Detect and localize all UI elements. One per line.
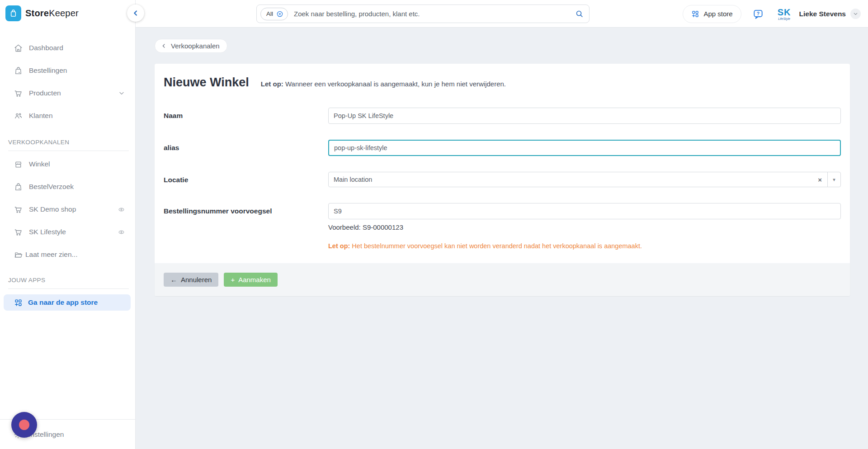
avatar-subtitle: LifeStyle	[774, 17, 795, 20]
chat-question-icon: ?	[752, 8, 764, 20]
sidebar-item-klanten[interactable]: Klanten	[0, 104, 135, 127]
sidebar-nav: Dashboard Bestellingen Producten	[0, 37, 135, 127]
support-chat-button[interactable]: ?	[750, 6, 766, 22]
naam-input[interactable]	[328, 108, 841, 124]
storekeeper-logo[interactable]: StoreKeeper	[0, 0, 135, 21]
naam-label: Naam	[164, 108, 328, 124]
locatie-label: Locatie	[164, 172, 328, 187]
user-menu-button[interactable]	[850, 9, 861, 19]
bag-icon	[14, 66, 23, 76]
svg-text:?: ?	[756, 11, 759, 16]
locatie-selected-value: Main location	[329, 176, 812, 183]
chevron-down-icon[interactable]	[118, 90, 125, 97]
form-row-alias: alias	[164, 140, 841, 156]
search-icon[interactable]	[575, 9, 584, 18]
app-window: StoreKeeper Dashboard Bestellingen Produ…	[0, 0, 868, 449]
chevron-left-icon	[132, 9, 140, 17]
app-store-label: App store	[703, 10, 732, 18]
main-area: All App store	[136, 0, 868, 449]
sidebar-item-show-more[interactable]: Laat meer zien...	[0, 243, 135, 266]
form-actions: ← Annuleren + Aanmaken	[155, 263, 850, 296]
sidebar-item-label: Ga naar de app store	[28, 298, 98, 307]
arrow-left-icon: ←	[170, 276, 177, 284]
sidebar-channels: Winkel BestelVerzoek SK Demo shop	[0, 153, 135, 266]
voorvoegsel-label: Bestellingsnummer voorvoegsel	[164, 203, 328, 250]
brand-name: StoreKeeper	[25, 8, 79, 19]
sidebar-item-bestellingen[interactable]: Bestellingen	[0, 59, 135, 82]
sidebar-item-sk-demo-shop[interactable]: SK Demo shop	[0, 198, 135, 221]
create-button-label: Aanmaken	[238, 276, 271, 284]
voorvoegsel-example: Voorbeeld: S9-00000123	[328, 223, 841, 231]
global-search: All	[256, 5, 590, 23]
chevron-left-icon	[161, 43, 167, 49]
new-channel-card: Nieuwe Winkel Let op: Wanneer een verkoo…	[155, 64, 850, 296]
eye-icon[interactable]	[118, 206, 125, 213]
form-row-voorvoegsel: Bestellingsnummer voorvoegsel Voorbeeld:…	[164, 203, 841, 250]
sidebar-item-label: Klanten	[29, 112, 53, 120]
app-grid-icon	[691, 10, 699, 18]
sidebar-section-verkoopkanalen: VERKOOPKANALEN	[8, 139, 129, 151]
sidebar-item-label: SK Demo shop	[29, 205, 76, 213]
sidebar: StoreKeeper Dashboard Bestellingen Produ…	[0, 0, 136, 449]
home-icon	[14, 43, 23, 53]
sidebar-item-winkel[interactable]: Winkel	[0, 153, 135, 175]
eye-icon[interactable]	[118, 228, 125, 236]
back-button[interactable]: Verkoopkanalen	[155, 39, 227, 53]
folder-open-icon	[14, 250, 23, 260]
sidebar-collapse-button[interactable]	[127, 5, 144, 22]
user-name[interactable]: Lieke Stevens	[799, 10, 846, 18]
storekeeper-logo-icon	[5, 5, 21, 21]
sidebar-item-label: Producten	[29, 89, 61, 97]
chat-widget-button[interactable]	[11, 412, 37, 438]
avatar-initials: SK	[774, 8, 795, 17]
cancel-button[interactable]: ← Annuleren	[164, 273, 218, 287]
sidebar-item-app-store[interactable]: Ga naar de app store	[4, 294, 131, 311]
form-row-naam: Naam	[164, 108, 841, 124]
cart-icon	[14, 227, 23, 237]
sidebar-section-jouw-apps: JOUW APPS	[8, 277, 129, 289]
bag-icon	[14, 182, 23, 192]
account-avatar[interactable]: SK LifeStyle	[774, 8, 795, 20]
search-filter-dropdown[interactable]: All	[260, 8, 288, 20]
store-icon	[14, 160, 23, 169]
topbar-right: App store ? SK LifeStyle Lieke Stevens	[683, 5, 861, 23]
alias-label: alias	[164, 140, 328, 156]
plus-icon: +	[231, 276, 235, 284]
users-icon	[14, 111, 23, 121]
page-title: Nieuwe Winkel	[164, 76, 249, 90]
app-store-button[interactable]: App store	[683, 5, 741, 23]
clear-selection-icon[interactable]: ×	[812, 176, 827, 184]
sidebar-item-sk-lifestyle[interactable]: SK Lifestyle	[0, 221, 135, 243]
form-row-locatie: Locatie Main location × ▾	[164, 172, 841, 187]
clear-filter-icon[interactable]	[276, 10, 283, 18]
sidebar-item-label: SK Lifestyle	[29, 228, 66, 236]
page-note: Let op: Wanneer een verkoopkanaal is aan…	[261, 80, 506, 88]
sidebar-item-dashboard[interactable]: Dashboard	[0, 37, 135, 59]
sidebar-item-label: BestelVerzoek	[29, 183, 74, 191]
sidebar-item-label: Dashboard	[29, 44, 63, 52]
create-button[interactable]: + Aanmaken	[224, 273, 277, 287]
cart-icon	[14, 205, 23, 214]
alias-input[interactable]	[328, 140, 841, 156]
page-content: Verkoopkanalen Nieuwe Winkel Let op: Wan…	[136, 28, 868, 449]
cancel-button-label: Annuleren	[181, 276, 212, 284]
sidebar-item-label: Bestellingen	[29, 66, 67, 75]
sidebar-item-bestelverzoek[interactable]: BestelVerzoek	[0, 175, 135, 198]
sidebar-item-label: Winkel	[29, 160, 50, 168]
locatie-select[interactable]: Main location × ▾	[328, 172, 841, 187]
caret-down-icon[interactable]: ▾	[827, 172, 840, 187]
sidebar-item-producten[interactable]: Producten	[0, 82, 135, 104]
back-button-label: Verkoopkanalen	[171, 42, 220, 50]
sidebar-item-label: Laat meer zien...	[25, 250, 77, 259]
cart-icon	[14, 89, 23, 98]
topbar: All App store	[136, 0, 868, 28]
voorvoegsel-input[interactable]	[328, 203, 841, 219]
search-filter-label: All	[266, 10, 273, 17]
search-input[interactable]	[294, 10, 575, 18]
voorvoegsel-warning: Let op: Het bestelnummer voorvoegsel kan…	[328, 242, 841, 250]
app-grid-icon	[14, 298, 23, 307]
